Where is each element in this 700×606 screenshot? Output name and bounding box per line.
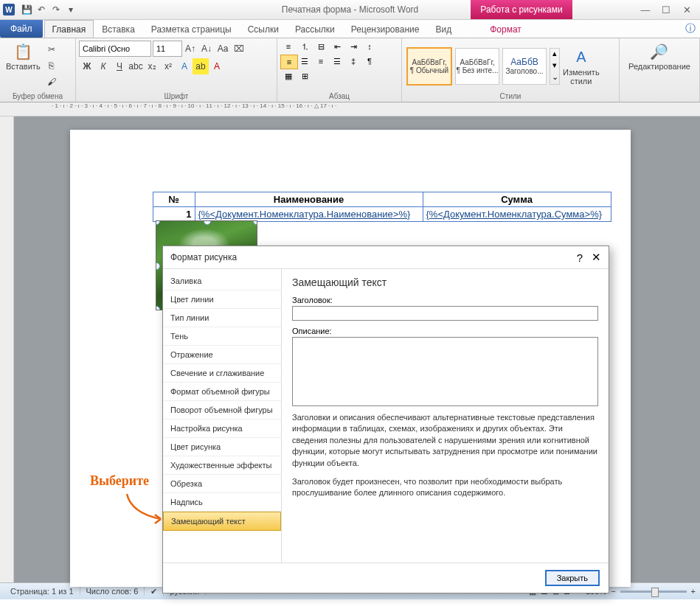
dialog-close-icon[interactable]: ✕ — [592, 251, 601, 264]
decrease-indent-icon[interactable]: ⇤ — [329, 40, 345, 53]
side-fill[interactable]: Заливка — [163, 272, 281, 290]
style-sample: АаБбВ — [510, 57, 538, 67]
close-button[interactable]: Закрыть — [545, 570, 600, 586]
side-alt-text[interactable]: Замещающий текст — [163, 512, 281, 531]
show-hide-icon[interactable]: ¶ — [361, 55, 378, 68]
increase-indent-icon[interactable]: ⇥ — [345, 40, 361, 53]
tab-file[interactable]: Файл — [0, 20, 43, 38]
multilevel-icon[interactable]: ⊟ — [313, 40, 329, 53]
tab-view[interactable]: Вид — [427, 20, 460, 38]
maximize-button[interactable]: ☐ — [656, 2, 676, 17]
status-proofing-icon[interactable]: ✔ — [145, 587, 164, 596]
resize-handle[interactable] — [156, 306, 160, 310]
bold-icon[interactable]: Ж — [79, 58, 95, 74]
title-input[interactable] — [292, 306, 598, 321]
align-center-icon[interactable]: ☰ — [297, 55, 313, 68]
dialog-footer: Закрыть — [163, 563, 609, 593]
justify-icon[interactable]: ☰ — [329, 55, 345, 68]
align-right-icon[interactable]: ≡ — [313, 55, 329, 68]
dialog-titlebar[interactable]: Формат рисунка ? ✕ — [163, 246, 609, 269]
style-sample: АаБбВвГг, — [460, 58, 494, 66]
bullets-icon[interactable]: ≡ — [280, 40, 297, 53]
font-color-icon[interactable]: A — [209, 58, 225, 74]
font-name-combo[interactable]: Calibri (Осно — [79, 41, 151, 57]
vertical-ruler[interactable] — [0, 116, 14, 582]
style-heading[interactable]: АаБбВ Заголово... — [502, 48, 547, 85]
help-icon[interactable]: ⓘ — [685, 22, 696, 35]
strike-icon[interactable]: abc — [128, 58, 144, 74]
horizontal-ruler[interactable]: · 1 · ı · 2 · ı · 3 · ı · 4 · ı · 5 · ı … — [0, 102, 700, 116]
text-effects-icon[interactable]: A — [176, 58, 193, 74]
highlight-icon[interactable]: ab — [193, 58, 209, 74]
style-nospacing[interactable]: АаБбВвГг, ¶ Без инте... — [455, 48, 499, 85]
group-paragraph: ≡ ⒈ ⊟ ⇤ ⇥ ↕ ≡ ☰ ≡ ☰ ‡ ¶ ▦ ⊞ Абзац — [277, 38, 402, 102]
font-size-combo[interactable]: 11 — [153, 41, 182, 57]
resize-handle[interactable] — [204, 220, 211, 225]
side-picture-corrections[interactable]: Настройка рисунка — [163, 419, 281, 438]
change-styles-icon: A — [571, 47, 592, 68]
styles-up-icon[interactable]: ▴ — [550, 49, 559, 60]
status-page[interactable]: Страница: 1 из 1 — [4, 587, 80, 596]
align-left-icon[interactable]: ≡ — [280, 55, 298, 69]
cut-icon[interactable]: ✂ — [44, 41, 60, 58]
side-crop[interactable]: Обрезка — [163, 475, 281, 493]
status-words[interactable]: Число слов: 6 — [80, 587, 145, 596]
side-line-style[interactable]: Тип линии — [163, 309, 281, 327]
description-textarea[interactable] — [292, 337, 598, 406]
resize-handle[interactable] — [156, 220, 160, 225]
numbering-icon[interactable]: ⒈ — [297, 40, 313, 53]
subscript-icon[interactable]: x₂ — [144, 58, 160, 74]
minimize-button[interactable]: — — [635, 2, 656, 17]
grow-font-icon[interactable]: A↑ — [182, 41, 198, 57]
contextual-tab-header: Работа с рисунками — [471, 0, 572, 19]
tab-references[interactable]: Ссылки — [240, 20, 287, 38]
side-line-color[interactable]: Цвет линии — [163, 290, 281, 309]
sort-icon[interactable]: ↕ — [361, 40, 378, 53]
resize-handle[interactable] — [253, 220, 257, 225]
group-paragraph-label: Абзац — [280, 92, 398, 102]
side-3d-format[interactable]: Формат объемной фигуры — [163, 383, 281, 401]
document-table[interactable]: № Наименование Сумма 1 {%<Документ.Номен… — [153, 192, 611, 222]
paste-button[interactable]: 📋 Вставить — [3, 40, 44, 72]
shrink-font-icon[interactable]: A↓ — [198, 41, 215, 57]
tab-format[interactable]: Формат — [482, 20, 530, 38]
zoom-out-icon[interactable]: − — [611, 587, 615, 596]
paste-label: Вставить — [6, 62, 41, 71]
italic-icon[interactable]: К — [95, 58, 111, 74]
copy-icon[interactable]: ⎘ — [44, 58, 60, 74]
info-text-1: Заголовки и описания обеспечивают альтер… — [292, 412, 598, 469]
clear-format-icon[interactable]: ⌧ — [231, 41, 247, 57]
tab-insert[interactable]: Вставка — [94, 20, 143, 38]
style-name: ¶ Обычный — [410, 66, 448, 74]
tab-mailings[interactable]: Рассылки — [287, 20, 343, 38]
superscript-icon[interactable]: x² — [160, 58, 176, 74]
change-styles-button[interactable]: A Изменить стили — [560, 46, 603, 87]
tab-home[interactable]: Главная — [44, 20, 94, 38]
zoom-thumb[interactable] — [651, 588, 659, 597]
window-title: Печатная форма - Microsoft Word — [0, 4, 700, 15]
zoom-slider[interactable] — [620, 591, 687, 593]
shading-icon[interactable]: ▦ — [280, 69, 297, 83]
close-button[interactable]: ✕ — [676, 2, 697, 17]
editing-button[interactable]: 🔎 Редактирование — [626, 40, 693, 72]
format-painter-icon[interactable]: 🖌 — [44, 74, 60, 90]
tab-review[interactable]: Рецензирование — [343, 20, 428, 38]
side-glow[interactable]: Свечение и сглаживание — [163, 364, 281, 383]
line-spacing-icon[interactable]: ‡ — [345, 55, 361, 68]
side-shadow[interactable]: Тень — [163, 327, 281, 346]
side-3d-rotation[interactable]: Поворот объемной фигуры — [163, 401, 281, 419]
resize-handle[interactable] — [156, 262, 160, 270]
borders-icon[interactable]: ⊞ — [297, 69, 313, 83]
side-picture-color[interactable]: Цвет рисунка — [163, 438, 281, 456]
side-reflection[interactable]: Отражение — [163, 346, 281, 364]
side-artistic-effects[interactable]: Художественные эффекты — [163, 456, 281, 475]
styles-down-icon[interactable]: ▾ — [550, 60, 559, 72]
zoom-in-icon[interactable]: + — [691, 587, 696, 596]
side-textbox[interactable]: Надпись — [163, 493, 281, 512]
style-normal[interactable]: АаБбВвГг, ¶ Обычный — [406, 47, 452, 86]
tab-page-layout[interactable]: Разметка страницы — [143, 20, 240, 38]
change-case-icon[interactable]: Aa — [215, 41, 231, 57]
styles-more-icon[interactable]: ⌄ — [550, 72, 559, 84]
dialog-help-icon[interactable]: ? — [577, 251, 583, 264]
underline-icon[interactable]: Ч — [111, 58, 128, 74]
